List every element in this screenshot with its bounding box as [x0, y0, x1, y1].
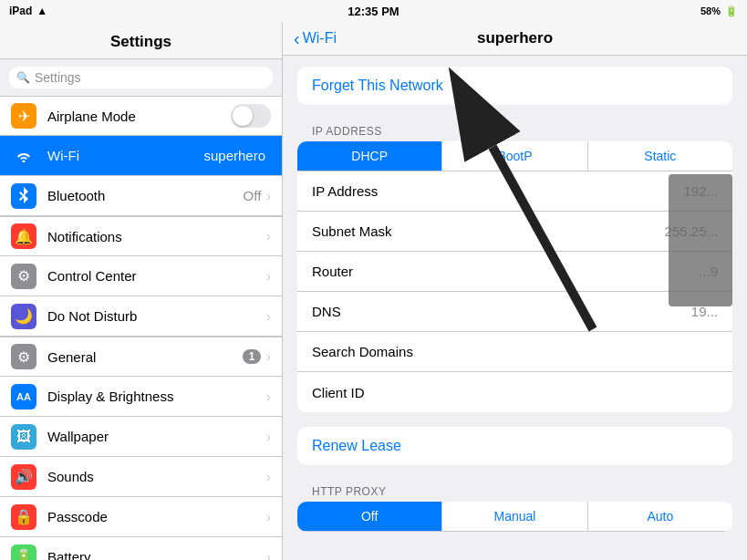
searchdomains-label: Search Domains: [312, 344, 718, 359]
donotdisturb-chevron: ›: [266, 309, 271, 324]
general-icon: ⚙: [11, 344, 36, 369]
http-proxy-card: Off Manual Auto: [297, 502, 732, 532]
search-container: 🔍 Settings: [0, 59, 282, 96]
sidebar-item-general[interactable]: ⚙ General 1 ›: [0, 337, 282, 377]
ip-segment-control: DHCP BootP Static: [297, 141, 732, 171]
sidebar-group-2: 🔔 Notifications › ⚙ Control Center › 🌙 D…: [0, 216, 282, 337]
bluetooth-chevron: ›: [266, 189, 271, 203]
donotdisturb-icon: 🌙: [11, 304, 36, 329]
sidebar-item-passcode[interactable]: 🔒 Passcode ›: [0, 497, 282, 537]
table-row-searchdomains: Search Domains: [297, 332, 732, 372]
sidebar-item-bluetooth[interactable]: Bluetooth Off ›: [0, 176, 282, 216]
notifications-label: Notifications: [47, 229, 266, 244]
table-row-dns: DNS 19...: [297, 292, 732, 332]
sidebar-item-wifi[interactable]: Wi-Fi superhero: [0, 136, 282, 176]
sidebar-item-controlcenter[interactable]: ⚙ Control Center ›: [0, 256, 282, 296]
sidebar-item-notifications[interactable]: 🔔 Notifications ›: [0, 216, 282, 256]
passcode-chevron: ›: [266, 510, 271, 524]
nav-header: ‹ Wi-Fi superhero: [283, 22, 747, 56]
sidebar-item-donotdisturb[interactable]: 🌙 Do Not Disturb ›: [0, 296, 282, 337]
controlcenter-icon: ⚙: [11, 264, 36, 289]
table-row-ipaddress: IP Address 192...: [297, 171, 732, 212]
display-chevron: ›: [266, 389, 271, 404]
display-icon: AA: [11, 384, 36, 410]
renew-lease-link[interactable]: Renew Lease: [297, 427, 732, 465]
right-content: ‹ Wi-Fi superhero Forget This Network IP…: [283, 22, 747, 560]
wifi-value: superhero: [203, 148, 265, 163]
router-label: Router: [312, 264, 699, 279]
bluetooth-icon: [11, 183, 36, 209]
right-scrollable: Forget This Network IP ADDRESS DHCP Boot…: [283, 56, 747, 560]
general-label: General: [47, 349, 243, 365]
ip-address-section-label: IP ADDRESS: [297, 119, 732, 141]
forget-network-link[interactable]: Forget This Network: [297, 67, 732, 105]
sidebar: Settings 🔍 Settings ✈ Airplane Mode Wi-F: [0, 22, 283, 560]
battery-icon: 🔋: [725, 5, 738, 17]
general-chevron: ›: [266, 349, 271, 364]
airplane-label: Airplane Mode: [47, 109, 231, 124]
ipaddress-label: IP Address: [312, 183, 683, 199]
proxy-segment-control: Off Manual Auto: [297, 502, 732, 532]
segment-dhcp[interactable]: DHCP: [297, 141, 442, 171]
subnet-label: Subnet Mask: [312, 223, 665, 239]
wifi-sidebar-icon: [11, 143, 36, 169]
sounds-icon: 🔊: [11, 464, 36, 490]
sidebar-item-battery[interactable]: 🔋 Battery ›: [0, 537, 282, 560]
sidebar-group-1: ✈ Airplane Mode Wi-Fi superhero: [0, 96, 282, 216]
controlcenter-label: Control Center: [47, 268, 266, 284]
sounds-chevron: ›: [266, 470, 271, 484]
sounds-label: Sounds: [47, 469, 266, 484]
nav-title: superhero: [477, 29, 553, 47]
wifi-icon: ▲: [36, 5, 47, 17]
passcode-icon: 🔒: [11, 504, 36, 530]
device-label: iPad: [9, 5, 32, 17]
status-time: 12:35 PM: [348, 5, 399, 18]
sidebar-item-wallpaper[interactable]: 🖼 Wallpaper ›: [0, 417, 282, 457]
table-row-subnet: Subnet Mask 255.25...: [297, 212, 732, 252]
search-bar[interactable]: 🔍 Settings: [9, 67, 273, 88]
status-bar: iPad ▲ 12:35 PM 58% 🔋: [0, 0, 747, 22]
controlcenter-chevron: ›: [266, 269, 271, 284]
sidebar-item-airplane[interactable]: ✈ Airplane Mode: [0, 96, 282, 136]
gray-overlay: [669, 174, 732, 306]
wifi-label: Wi-Fi: [47, 148, 203, 163]
bluetooth-value: Off: [244, 188, 262, 203]
battery-chevron: ›: [266, 550, 271, 561]
wallpaper-icon: 🖼: [11, 424, 36, 450]
http-proxy-section-label: HTTP PROXY: [297, 480, 732, 502]
back-label: Wi-Fi: [303, 30, 337, 47]
renew-lease-card: Renew Lease: [297, 427, 732, 465]
battery-label: Battery: [47, 549, 266, 560]
battery-label: 58%: [700, 5, 721, 16]
segment-static[interactable]: Static: [588, 141, 732, 171]
battery-sidebar-icon: 🔋: [11, 544, 36, 561]
passcode-label: Passcode: [47, 509, 266, 524]
proxy-segment-off[interactable]: Off: [297, 502, 442, 531]
sidebar-title: Settings: [0, 22, 282, 59]
sidebar-group-3: ⚙ General 1 › AA Display & Brightness › …: [0, 337, 282, 560]
back-button[interactable]: ‹ Wi-Fi: [294, 28, 337, 49]
status-right: 58% 🔋: [700, 5, 738, 17]
ip-address-card: DHCP BootP Static IP Address 192... Subn…: [297, 141, 732, 412]
proxy-segment-auto[interactable]: Auto: [588, 502, 732, 531]
sidebar-item-sounds[interactable]: 🔊 Sounds ›: [0, 457, 282, 497]
donotdisturb-label: Do Not Disturb: [47, 308, 266, 324]
search-icon: 🔍: [16, 71, 30, 84]
sidebar-item-display[interactable]: AA Display & Brightness ›: [0, 377, 282, 417]
proxy-segment-manual[interactable]: Manual: [442, 502, 587, 531]
table-row-router: Router ...9: [297, 252, 732, 292]
dns-label: DNS: [312, 304, 691, 319]
notifications-chevron: ›: [266, 229, 271, 244]
wallpaper-chevron: ›: [266, 430, 271, 444]
airplane-icon: ✈: [11, 103, 36, 129]
bluetooth-label: Bluetooth: [47, 188, 244, 203]
search-placeholder: Settings: [35, 70, 81, 85]
clientid-label: Client ID: [312, 385, 718, 400]
airplane-toggle[interactable]: [231, 104, 271, 128]
display-label: Display & Brightness: [47, 389, 266, 404]
general-badge: 1: [243, 349, 262, 364]
table-row-clientid: Client ID: [297, 372, 732, 412]
segment-bootp[interactable]: BootP: [442, 141, 587, 171]
main-layout: Settings 🔍 Settings ✈ Airplane Mode Wi-F: [0, 22, 747, 560]
wallpaper-label: Wallpaper: [47, 429, 266, 444]
